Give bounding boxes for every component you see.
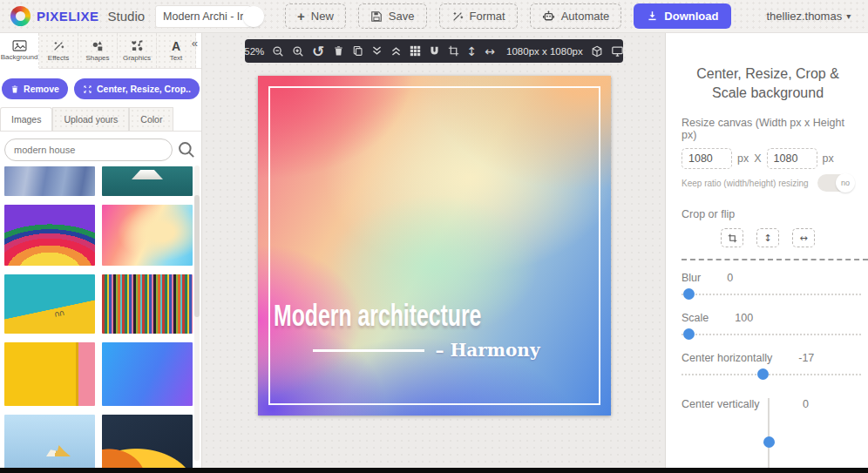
grid-icon[interactable] [410, 45, 421, 57]
save-button[interactable]: Save [358, 3, 427, 29]
blur-value: 0 [727, 272, 733, 284]
keep-ratio-label: Keep ratio (width/height) resizing [682, 179, 817, 188]
search-icon[interactable] [177, 140, 196, 159]
scale-slider-track[interactable] [682, 334, 863, 335]
expand-arrows-icon [83, 84, 92, 94]
center-horizontally-slider-track[interactable] [682, 374, 863, 375]
thumbnail-image[interactable] [4, 205, 95, 266]
sidebar-tab-background[interactable]: Background [0, 33, 39, 69]
canvas-subtitle-text[interactable]: – Harmony [436, 340, 540, 361]
workspace: 52% ↺ [203, 33, 665, 468]
sidebar-tab-effects[interactable]: Effects [39, 33, 78, 68]
blur-slider-track[interactable] [682, 294, 863, 295]
keep-ratio-toggle[interactable]: no [817, 174, 854, 192]
format-button[interactable]: Format [439, 3, 518, 29]
shapes-icon [92, 40, 104, 52]
user-menu[interactable]: thelliez.thomas ▾ [766, 10, 851, 23]
sidebar-tab-graphics[interactable]: Graphics [118, 33, 157, 68]
flip-vertical-button[interactable]: ↕ [756, 228, 779, 247]
px-unit-label: px [823, 152, 834, 165]
scale-slider-block: Scale 100 [682, 312, 854, 335]
center-resize-crop-button[interactable]: Center, Resize, Crop.. [74, 78, 200, 99]
sidebar-scrollbar[interactable] [194, 166, 200, 461]
trash-icon[interactable] [333, 45, 344, 57]
format-button-label: Format [470, 10, 505, 23]
save-button-label: Save [389, 10, 415, 23]
save-icon [370, 10, 383, 23]
thumbnail-image[interactable] [102, 342, 193, 406]
center-vertically-label: Center vertically [682, 398, 760, 410]
toggle-knob [243, 6, 264, 27]
subtab-color[interactable]: Color [129, 107, 173, 131]
image-search [0, 132, 201, 165]
brand-suffix: Studio [108, 9, 146, 24]
app-header: PIXELIXE Studio + New Save Format [0, 0, 868, 33]
bring-forward-icon[interactable] [390, 45, 402, 57]
center-vertically-slider-track[interactable] [768, 398, 770, 473]
crop-button[interactable] [721, 228, 743, 247]
canvas-height-input[interactable] [767, 148, 817, 169]
canvas-heading-text[interactable]: Modern architecture [274, 299, 481, 334]
resize-horizontal-icon[interactable]: ↔ [485, 45, 495, 57]
resize-vertical-icon[interactable]: ↕ [467, 45, 478, 57]
send-backward-icon[interactable] [371, 45, 383, 57]
thumbnail-image[interactable] [4, 166, 95, 196]
duplicate-icon[interactable] [352, 45, 363, 57]
undo-icon[interactable]: ↺ [312, 45, 324, 57]
graphics-icon [131, 39, 144, 52]
crop-or-flip-label: Crop or flip [682, 208, 854, 220]
design-canvas[interactable]: Modern architecture – Harmony [258, 76, 611, 416]
cube-3d-icon[interactable] [591, 45, 603, 57]
keep-ratio-row: Keep ratio (width/height) resizing no [682, 174, 854, 192]
subtab-images[interactable]: Images [0, 107, 52, 131]
crop-icon[interactable] [448, 45, 459, 57]
center-vertically-slider-block: Center vertically 0 [682, 398, 854, 473]
flip-horizontal-button[interactable]: ↔ [792, 228, 815, 247]
screen-bottom-bar [0, 468, 868, 473]
remove-background-button[interactable]: Remove [2, 78, 68, 99]
center-horizontally-slider-block: Center horizontally -17 [682, 352, 854, 375]
download-button[interactable]: Download [634, 3, 731, 29]
canvas-width-input[interactable] [682, 148, 732, 169]
thumbnail-image[interactable] [102, 166, 193, 196]
image-results-grid [0, 165, 201, 468]
canvas-subtitle-group[interactable]: – Harmony [258, 340, 540, 361]
monitor-preview-icon[interactable] [611, 45, 624, 57]
magnet-snap-icon[interactable] [429, 45, 440, 57]
background-actions: Remove Center, Resize, Crop.. [0, 69, 201, 107]
blur-slider-thumb[interactable] [683, 288, 695, 300]
thumbnail-image[interactable] [102, 415, 193, 468]
search-input[interactable] [4, 139, 173, 161]
thumbnail-image[interactable] [4, 415, 95, 468]
resize-inputs-row: px X px [682, 148, 854, 169]
center-vertically-slider-thumb[interactable] [763, 436, 775, 448]
pixelixe-studio-app: PIXELIXE Studio + New Save Format [0, 0, 868, 473]
center-horizontally-slider-thumb[interactable] [757, 368, 769, 380]
sidebar-tab-label: Graphics [123, 54, 151, 62]
collapse-sidebar-icon[interactable]: « [192, 37, 198, 50]
thumbnail-image[interactable] [102, 205, 193, 266]
zoom-out-icon[interactable] [272, 45, 284, 57]
automate-button[interactable]: Automate [530, 3, 622, 29]
resize-canvas-label: Resize canvas (Width px x Height px) [682, 117, 854, 141]
subtab-upload-yours[interactable]: Upload yours [52, 107, 129, 131]
thumbnail-image[interactable] [102, 274, 193, 334]
thumbnail-image[interactable] [4, 274, 95, 334]
scale-value: 100 [735, 312, 753, 324]
sidebar-tab-text[interactable]: A Text [157, 33, 196, 68]
dashed-divider [682, 259, 868, 260]
sidebar-tab-bar: Background Effects Shapes Graphics [0, 33, 201, 69]
new-button[interactable]: + New [285, 3, 346, 29]
robot-icon [542, 10, 555, 23]
document-title-input[interactable] [155, 5, 251, 28]
caret-down-icon: ▾ [846, 11, 851, 21]
thumbnail-image[interactable] [4, 342, 95, 406]
scrollbar-thumb[interactable] [194, 195, 200, 317]
center-horizontally-value: -17 [798, 352, 814, 364]
scale-slider-thumb[interactable] [683, 328, 695, 340]
user-name: thelliez.thomas [766, 10, 842, 23]
zoom-in-icon[interactable] [292, 45, 304, 57]
new-button-label: New [311, 10, 334, 23]
sidebar-tab-shapes[interactable]: Shapes [78, 33, 118, 68]
brand-logo[interactable]: PIXELIXE Studio [10, 6, 145, 26]
